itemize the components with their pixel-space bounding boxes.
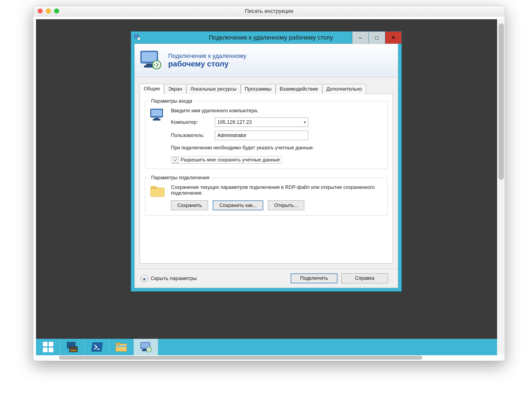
host-zoom-button[interactable]	[54, 9, 59, 13]
tab-perf[interactable]: Взаимодействие	[276, 84, 322, 94]
powershell-icon	[91, 342, 103, 353]
svg-rect-21	[146, 64, 152, 65]
svg-rect-11	[116, 345, 126, 347]
help-button[interactable]: Справка	[341, 273, 388, 283]
save-button[interactable]: Сохранить	[171, 200, 208, 210]
tab-programs[interactable]: Программы	[241, 84, 276, 94]
server-manager-icon	[66, 342, 79, 353]
file-explorer-icon	[115, 342, 128, 353]
login-intro: Введите имя удаленного компьютера.	[171, 108, 383, 114]
host-vertical-scrollbar[interactable]	[498, 19, 505, 355]
connection-group: Параметры подключения Сохранение текущих…	[145, 175, 388, 216]
svg-point-18	[137, 37, 140, 40]
svg-rect-3	[49, 348, 53, 352]
computer-value: 195.128.127.23	[217, 119, 252, 125]
connect-button[interactable]: Подключить	[291, 273, 337, 283]
banner-line1: Подключение к удаленному	[168, 52, 246, 60]
login-group: Параметры входа Введите имя удаленного к	[145, 98, 388, 169]
host-vertical-scrollbar-thumb[interactable]	[498, 23, 504, 180]
collapse-options-button[interactable]: ▲ Скрыть параметры	[141, 275, 197, 282]
login-hint: При подключении необходимо будет указать…	[171, 145, 319, 151]
rdp-tabs: Общие Экран Локальные ресурсы Программы …	[135, 77, 398, 94]
rdp-close-button[interactable]: ✕	[385, 32, 401, 44]
taskbar-server-manager[interactable]	[60, 339, 85, 355]
guest-desktop: Подключение к удаленному рабочему столу …	[36, 19, 497, 355]
taskbar-remote-desktop[interactable]	[134, 339, 158, 355]
guest-taskbar[interactable]	[36, 339, 497, 355]
host-titlebar[interactable]: Писать инструкции	[33, 6, 505, 16]
remote-desktop-icon	[140, 341, 152, 353]
connection-group-legend: Параметры подключения	[149, 175, 211, 181]
host-window: Писать инструкции	[33, 5, 505, 361]
tab-localres[interactable]: Локальные ресурсы	[186, 84, 241, 94]
tab-display[interactable]: Экран	[164, 84, 186, 94]
svg-rect-9	[116, 344, 127, 351]
host-close-button[interactable]	[38, 9, 43, 13]
chevron-down-icon: ▾	[304, 120, 306, 124]
rdp-banner: Подключение к удаленному рабочему столу	[135, 44, 398, 77]
svg-rect-0	[43, 342, 48, 346]
collapse-label: Скрыть параметры	[151, 275, 197, 281]
computer-label: Компьютер:	[171, 119, 212, 125]
monitor-icon	[140, 50, 163, 71]
computer-combobox[interactable]: 195.128.127.23 ▾	[215, 118, 308, 127]
rdp-window: Подключение к удаленному рабочему столу …	[131, 31, 402, 292]
svg-rect-28	[151, 188, 164, 197]
rdp-titlebar[interactable]: Подключение к удаленному рабочему столу …	[131, 32, 401, 44]
svg-rect-20	[142, 52, 157, 61]
host-window-title: Писать инструкции	[33, 8, 505, 14]
svg-rect-26	[154, 118, 159, 119]
rdp-titlebar-icon	[134, 34, 140, 41]
svg-rect-1	[49, 342, 53, 346]
save-creds-label: Разрешить мне сохранять учетные данные	[181, 157, 280, 163]
tab-pane-general: Параметры входа Введите имя удаленного к	[140, 94, 393, 264]
login-group-legend: Параметры входа	[149, 98, 194, 104]
svg-rect-29	[151, 186, 157, 189]
save-as-button[interactable]: Сохранить как...	[213, 200, 263, 210]
windows-logo-icon	[43, 342, 53, 352]
tab-general[interactable]: Общие	[140, 84, 164, 94]
rdp-maximize-button[interactable]: □	[368, 32, 385, 44]
user-field[interactable]	[215, 131, 308, 140]
banner-line2: рабочему столу	[168, 60, 246, 68]
svg-rect-6	[70, 350, 76, 351]
tab-advanced[interactable]: Дополнительно	[322, 84, 366, 94]
rdp-minimize-button[interactable]: –	[352, 32, 368, 44]
svg-rect-27	[153, 119, 160, 121]
save-creds-checkbox[interactable]: ✓ Разрешить мне сохранять учетные данные	[171, 156, 282, 164]
taskbar-powershell[interactable]	[85, 339, 109, 355]
svg-rect-10	[116, 343, 120, 345]
svg-point-23	[153, 61, 161, 69]
checkbox-icon: ✓	[173, 157, 178, 163]
host-horizontal-scrollbar-thumb[interactable]	[59, 356, 422, 360]
rdp-footer: ▲ Скрыть параметры Подключить Справка	[135, 269, 398, 288]
open-button[interactable]: Открыть...	[268, 200, 304, 210]
user-label: Пользователь:	[171, 133, 212, 138]
svg-rect-25	[151, 110, 162, 116]
taskbar-file-explorer[interactable]	[109, 339, 134, 355]
svg-rect-2	[43, 348, 48, 352]
taskbar-start-button[interactable]	[36, 339, 60, 355]
folder-icon	[149, 184, 166, 198]
monitor-small-icon	[149, 108, 166, 123]
chevron-up-icon: ▲	[141, 275, 148, 282]
rdp-body: Подключение к удаленному рабочему столу …	[134, 44, 398, 288]
connection-intro: Сохранение текущих параметров подключени…	[171, 184, 383, 196]
host-minimize-button[interactable]	[46, 9, 51, 13]
